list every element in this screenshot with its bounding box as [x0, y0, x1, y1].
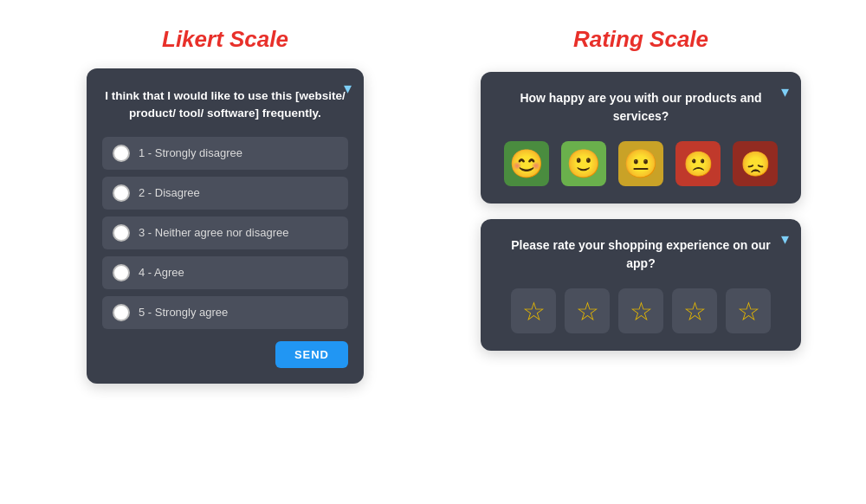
likert-title: Likert Scale: [162, 26, 288, 53]
main-container: Likert Scale ▾ I think that I would like…: [0, 0, 866, 410]
emoji-row: 😊 🙂 😐 🙁 😞: [501, 141, 780, 186]
emoji-5[interactable]: 😞: [733, 141, 778, 186]
send-button[interactable]: SEND: [275, 341, 348, 368]
likert-section: Likert Scale ▾ I think that I would like…: [35, 26, 416, 384]
card-arrow-emoji: ▾: [781, 82, 789, 101]
radio-circle-4: [113, 264, 130, 281]
star-3[interactable]: ☆: [618, 288, 663, 333]
star-row: ☆ ☆ ☆ ☆ ☆: [501, 288, 780, 333]
radio-option-1[interactable]: 1 - Strongly disagree: [102, 137, 348, 170]
emoji-question: How happy are you with our products and …: [501, 89, 780, 126]
radio-circle-3: [113, 224, 130, 242]
emoji-1[interactable]: 😊: [504, 141, 549, 186]
emoji-3[interactable]: 😐: [618, 141, 663, 186]
radio-label-5: 5 - Strongly agree: [139, 306, 228, 319]
emoji-4[interactable]: 🙁: [675, 141, 721, 186]
radio-label-3: 3 - Neither agree nor disagree: [139, 226, 288, 239]
star-card: ▾ Please rate your shopping experience o…: [481, 219, 801, 351]
star-5[interactable]: ☆: [726, 288, 771, 333]
radio-circle-2: [113, 184, 130, 202]
radio-circle-1: [113, 145, 130, 162]
star-4[interactable]: ☆: [672, 288, 717, 333]
radio-option-3[interactable]: 3 - Neither agree nor disagree: [102, 216, 348, 249]
star-1[interactable]: ☆: [511, 288, 556, 333]
send-btn-row: SEND: [102, 341, 348, 368]
star-question: Please rate your shopping experience on …: [501, 236, 780, 273]
rating-title: Rating Scale: [573, 26, 708, 53]
likert-card: ▾ I think that I would like to use this …: [87, 68, 364, 384]
radio-label-1: 1 - Strongly disagree: [139, 146, 242, 159]
rating-section: Rating Scale ▾ How happy are you with ou…: [450, 26, 831, 351]
star-2[interactable]: ☆: [565, 288, 610, 333]
radio-option-2[interactable]: 2 - Disagree: [102, 177, 348, 210]
emoji-2[interactable]: 🙂: [561, 141, 606, 186]
radio-label-2: 2 - Disagree: [139, 186, 200, 199]
radio-option-4[interactable]: 4 - Agree: [102, 256, 348, 289]
likert-question: I think that I would like to use this [w…: [102, 87, 348, 123]
card-arrow-star: ▾: [781, 229, 789, 249]
card-arrow-likert: ▾: [344, 79, 352, 98]
emoji-card: ▾ How happy are you with our products an…: [481, 72, 801, 204]
radio-label-4: 4 - Agree: [139, 266, 184, 279]
radio-option-5[interactable]: 5 - Strongly agree: [102, 296, 348, 329]
radio-circle-5: [113, 304, 130, 321]
